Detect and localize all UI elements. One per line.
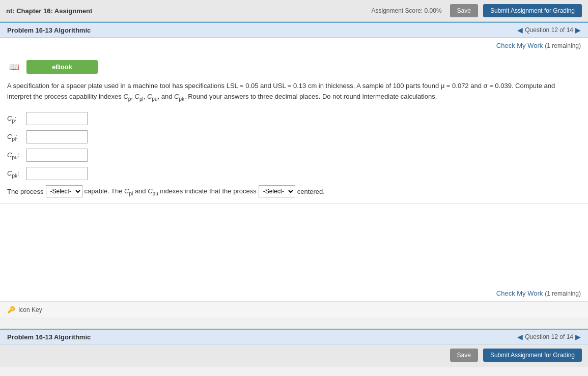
check-work-bottom: Check My Work (1 remaining) [0, 285, 588, 301]
cpl-input[interactable] [26, 130, 88, 143]
cpk-row: Cpk: [7, 167, 581, 180]
centered-select[interactable]: -Select- is is not [259, 185, 295, 197]
icon-key-label: Icon Key [18, 306, 42, 313]
submit-button-bottom[interactable]: Submit Assignment for Grading [483, 349, 582, 362]
submit-button-top[interactable]: Submit Assignment for Grading [483, 4, 582, 17]
cpu-input[interactable] [26, 149, 88, 162]
sentence-part2: capable. The Cpl and Cpu indexes indicat… [85, 187, 257, 196]
key-icon: 🔑 [7, 306, 15, 313]
check-work-top: Check My Work (1 remaining) [0, 38, 588, 53]
bottom-bar: Save Submit Assignment for Grading [0, 344, 588, 366]
question-nav-label-top: Question 12 of 14 [525, 26, 573, 34]
top-bar-actions: Assignment Score: 0.00% Save Submit Assi… [371, 4, 582, 17]
next-question-arrow-top[interactable]: ▶ [575, 26, 581, 34]
prev-question-arrow-bottom[interactable]: ◀ [517, 333, 523, 341]
sentence-part5: centered. [297, 188, 325, 195]
sentence-part1: The process [7, 188, 44, 195]
cp-row: Cp: [7, 112, 581, 125]
spacer-middle [0, 204, 588, 285]
save-button-bottom[interactable]: Save [450, 349, 478, 362]
question-nav-top: ◀ Question 12 of 14 ▶ [517, 26, 581, 34]
next-question-arrow-bottom[interactable]: ▶ [575, 333, 581, 341]
problem-title-top: Problem 16-13 Algorithmic [7, 26, 91, 34]
check-work-link-bottom[interactable]: Check My Work [496, 290, 543, 297]
cpu-label: Cpu: [7, 151, 23, 160]
page-title: nt: Chapter 16: Assignment [6, 7, 92, 15]
assignment-score: Assignment Score: 0.00% [371, 7, 441, 14]
ebook-icon: 📖 [7, 60, 21, 74]
interpretation-sentence: The process -Select- is is not capable. … [7, 185, 581, 197]
problem-title-bottom: Problem 16-13 Algorithmic [7, 333, 91, 341]
content-area: 📖 eBook A specification for a spacer pla… [0, 53, 588, 204]
cpl-label: Cpl: [7, 133, 23, 142]
ebook-button[interactable]: eBook [26, 60, 98, 74]
save-button-top[interactable]: Save [450, 4, 478, 17]
cp-label: Cp: [7, 114, 23, 124]
capable-select[interactable]: -Select- is is not [46, 185, 82, 197]
cpk-label: Cpk: [7, 169, 23, 179]
question-nav-label-bottom: Question 12 of 14 [525, 333, 573, 340]
problem-header-top: Problem 16-13 Algorithmic ◀ Question 12 … [0, 22, 588, 38]
ebook-row: 📖 eBook [7, 60, 581, 74]
cp-input[interactable] [26, 112, 88, 125]
check-work-remaining-top: (1 remaining) [545, 42, 581, 49]
cpl-row: Cpl: [7, 130, 581, 143]
problem-description: A specification for a spacer plate used … [7, 81, 581, 103]
cpu-row: Cpu: [7, 149, 581, 162]
bottom-bar-actions: Save Submit Assignment for Grading [450, 349, 582, 362]
check-work-remaining-bottom: (1 remaining) [545, 290, 581, 297]
question-nav-bottom: ◀ Question 12 of 14 ▶ [517, 333, 581, 341]
cpk-input[interactable] [26, 167, 88, 180]
icon-key-row: 🔑 Icon Key [0, 301, 588, 317]
prev-question-arrow-top[interactable]: ◀ [517, 26, 523, 34]
spacer-bottom [0, 317, 588, 329]
top-bar: nt: Chapter 16: Assignment Assignment Sc… [0, 0, 588, 22]
problem-header-bottom: Problem 16-13 Algorithmic ◀ Question 12 … [0, 329, 588, 344]
check-work-link-top[interactable]: Check My Work [496, 42, 543, 49]
